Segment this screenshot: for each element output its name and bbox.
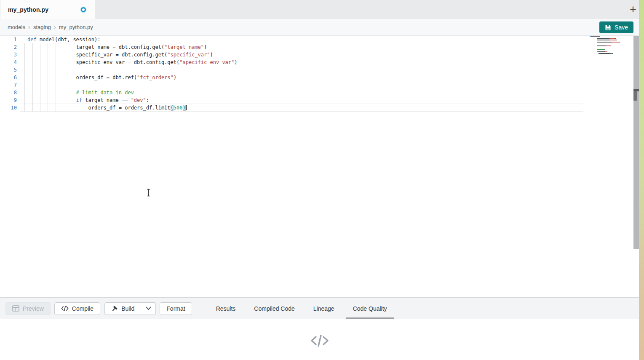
code-lines: 1def model(dbt, session):2 target_name =… <box>0 36 639 112</box>
indent-guide <box>32 43 33 112</box>
indent-guide <box>76 104 76 112</box>
line-number: 9 <box>0 96 17 104</box>
indent-guide <box>24 43 25 112</box>
code-editor[interactable]: 1def model(dbt, session):2 target_name =… <box>0 36 639 297</box>
action-toolbar: Preview Compile <box>0 298 639 319</box>
code-slash-icon <box>310 333 329 350</box>
toolbar-divider <box>197 298 197 319</box>
build-split-button: Build <box>104 302 156 315</box>
bottom-panel: Preview Compile <box>0 297 639 360</box>
tab-lineage[interactable]: Lineage <box>304 298 344 319</box>
chevron-right-icon: › <box>28 23 30 30</box>
editor-tab-bar: my_python.py + <box>0 0 644 19</box>
code-line[interactable]: 4 specific_env_var = dbt.config.get("spe… <box>0 59 639 66</box>
save-button-label: Save <box>615 24 628 31</box>
dbt-ide-window: my_python.py + models › staging › my_pyt… <box>0 0 644 360</box>
breadcrumb-staging: staging <box>33 24 51 30</box>
code-line[interactable]: 1def model(dbt, session): <box>0 36 639 43</box>
unsaved-changes-icon <box>81 7 86 12</box>
scrollbar-thumb[interactable] <box>633 91 637 101</box>
code-line[interactable]: 2 target_name = dbt.config.get("target_n… <box>0 43 639 51</box>
text-caret <box>186 105 187 110</box>
format-button[interactable]: Format <box>160 302 192 315</box>
breadcrumb-filename: my_python.py <box>59 24 93 30</box>
line-text: orders_df = orders_df.limit(500) <box>27 104 187 112</box>
line-number: 1 <box>0 36 17 43</box>
line-text: # limit data in dev <box>27 89 134 96</box>
line-number: 8 <box>0 89 17 96</box>
result-tabs: Results Compiled Code Lineage Code Quali… <box>207 298 396 319</box>
build-options-button[interactable] <box>141 302 156 315</box>
build-button-label: Build <box>121 305 134 312</box>
desktop-edge-strip <box>639 0 644 360</box>
compile-button[interactable]: Compile <box>54 302 100 315</box>
line-number: 10 <box>0 104 17 112</box>
compile-button-label: Compile <box>72 305 94 312</box>
tab-results-label: Results <box>216 305 236 312</box>
line-text: if target_name == "dev": <box>27 96 149 104</box>
code-line[interactable]: 10 orders_df = orders_df.limit(500) <box>0 104 639 112</box>
hammer-icon <box>111 305 118 312</box>
new-tab-button[interactable]: + <box>625 2 641 17</box>
table-grid-icon <box>12 305 19 312</box>
plus-icon: + <box>630 3 636 16</box>
indent-guide <box>48 43 48 112</box>
tab-results[interactable]: Results <box>207 298 245 319</box>
tab-code-quality[interactable]: Code Quality <box>344 298 396 319</box>
line-number: 6 <box>0 74 17 81</box>
code-line[interactable]: 6 orders_df = dbt.ref("fct_orders") <box>0 74 639 81</box>
line-text: specific_env_var = dbt.config.get("speci… <box>27 59 238 66</box>
tab-compiled-code[interactable]: Compiled Code <box>245 298 304 319</box>
code-line[interactable]: 8 # limit data in dev <box>0 89 639 96</box>
code-line[interactable]: 9 if target_name == "dev": <box>0 96 639 104</box>
file-tab-my-python[interactable]: my_python.py <box>0 0 95 19</box>
floppy-disk-icon <box>605 24 611 31</box>
code-brackets-icon <box>61 306 69 311</box>
chevron-down-icon <box>146 307 151 310</box>
file-tab-title: my_python.py <box>8 6 48 13</box>
indent-guide <box>40 43 40 112</box>
line-number: 2 <box>0 43 17 51</box>
breadcrumb-models: models <box>8 24 25 30</box>
editor-scrollbar[interactable] <box>633 36 639 249</box>
breadcrumb: models › staging › my_python.py Save <box>0 19 644 36</box>
build-button[interactable]: Build <box>104 302 141 315</box>
tab-compiled-code-label: Compiled Code <box>254 305 295 312</box>
text-ibeam-cursor <box>146 189 151 198</box>
line-number: 5 <box>0 66 17 74</box>
code-line[interactable]: 5 <box>0 66 639 74</box>
line-number: 7 <box>0 81 17 89</box>
format-button-label: Format <box>166 305 185 312</box>
code-line[interactable]: 3 specific_var = dbt.config.get("specifi… <box>0 51 639 59</box>
line-number: 4 <box>0 59 17 66</box>
preview-button[interactable]: Preview <box>5 302 51 315</box>
line-text: orders_df = dbt.ref("fct_orders") <box>27 74 176 81</box>
code-line[interactable]: 7 <box>0 81 639 89</box>
save-button[interactable]: Save <box>599 21 633 33</box>
minimap[interactable] <box>590 36 628 55</box>
tab-lineage-label: Lineage <box>313 305 334 312</box>
chevron-right-icon: › <box>54 23 56 30</box>
line-text: def model(dbt, session): <box>27 36 100 43</box>
line-text: target_name = dbt.config.get("target_nam… <box>27 43 207 51</box>
indent-guide <box>56 43 56 112</box>
preview-button-label: Preview <box>23 305 44 312</box>
tab-code-quality-label: Code Quality <box>353 305 387 312</box>
line-number: 3 <box>0 51 17 59</box>
